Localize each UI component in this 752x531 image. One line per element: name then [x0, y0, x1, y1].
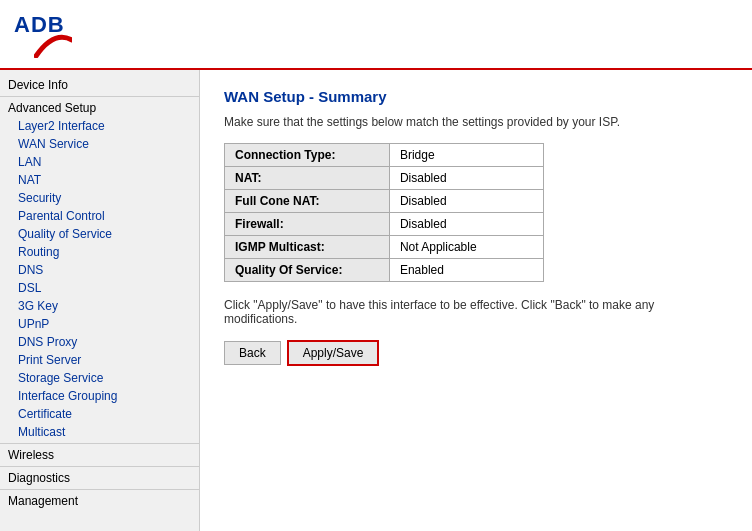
table-cell-value: Disabled — [389, 213, 543, 236]
table-cell-label: NAT: — [225, 167, 390, 190]
sidebar-divider — [0, 489, 199, 490]
sidebar-item-upnp[interactable]: UPnP — [0, 315, 199, 333]
sidebar-item-lan[interactable]: LAN — [0, 153, 199, 171]
table-row: Connection Type:Bridge — [225, 144, 544, 167]
logo: ADB — [12, 8, 72, 60]
note-text: Click "Apply/Save" to have this interfac… — [224, 298, 684, 326]
header: ADB — [0, 0, 752, 70]
description-text: Make sure that the settings below match … — [224, 115, 728, 129]
sidebar-item-quality-of-service[interactable]: Quality of Service — [0, 225, 199, 243]
main-layout: Device InfoAdvanced SetupLayer2 Interfac… — [0, 70, 752, 531]
table-cell-value: Disabled — [389, 190, 543, 213]
sidebar-item-nat[interactable]: NAT — [0, 171, 199, 189]
sidebar-item-security[interactable]: Security — [0, 189, 199, 207]
back-button[interactable]: Back — [224, 341, 281, 365]
sidebar-item-wireless[interactable]: Wireless — [0, 446, 199, 464]
sidebar-item-dsl[interactable]: DSL — [0, 279, 199, 297]
sidebar: Device InfoAdvanced SetupLayer2 Interfac… — [0, 70, 200, 531]
sidebar-divider — [0, 466, 199, 467]
table-row: IGMP Multicast:Not Applicable — [225, 236, 544, 259]
sidebar-item-routing[interactable]: Routing — [0, 243, 199, 261]
table-cell-value: Enabled — [389, 259, 543, 282]
sidebar-item-advanced-setup[interactable]: Advanced Setup — [0, 99, 199, 117]
content-area: WAN Setup - Summary Make sure that the s… — [200, 70, 752, 531]
sidebar-item-print-server[interactable]: Print Server — [0, 351, 199, 369]
sidebar-item-3g-key[interactable]: 3G Key — [0, 297, 199, 315]
table-cell-label: IGMP Multicast: — [225, 236, 390, 259]
sidebar-item-storage-service[interactable]: Storage Service — [0, 369, 199, 387]
table-cell-label: Firewall: — [225, 213, 390, 236]
sidebar-item-certificate[interactable]: Certificate — [0, 405, 199, 423]
sidebar-divider — [0, 443, 199, 444]
sidebar-item-parental-control[interactable]: Parental Control — [0, 207, 199, 225]
sidebar-item-wan-service[interactable]: WAN Service — [0, 135, 199, 153]
buttons-row: Back Apply/Save — [224, 340, 728, 366]
apply-save-button[interactable]: Apply/Save — [287, 340, 380, 366]
logo-box: ADB — [12, 8, 72, 60]
sidebar-item-diagnostics[interactable]: Diagnostics — [0, 469, 199, 487]
table-cell-value: Not Applicable — [389, 236, 543, 259]
sidebar-item-device-info[interactable]: Device Info — [0, 76, 199, 94]
table-row: Firewall:Disabled — [225, 213, 544, 236]
table-cell-label: Quality Of Service: — [225, 259, 390, 282]
sidebar-divider — [0, 96, 199, 97]
table-row: NAT:Disabled — [225, 167, 544, 190]
sidebar-item-dns[interactable]: DNS — [0, 261, 199, 279]
sidebar-item-layer2-interface[interactable]: Layer2 Interface — [0, 117, 199, 135]
table-row: Quality Of Service:Enabled — [225, 259, 544, 282]
sidebar-item-dns-proxy[interactable]: DNS Proxy — [0, 333, 199, 351]
table-row: Full Cone NAT:Disabled — [225, 190, 544, 213]
sidebar-item-management[interactable]: Management — [0, 492, 199, 510]
page-title: WAN Setup - Summary — [224, 88, 728, 105]
sidebar-item-interface-grouping[interactable]: Interface Grouping — [0, 387, 199, 405]
summary-table: Connection Type:BridgeNAT:DisabledFull C… — [224, 143, 544, 282]
table-cell-label: Full Cone NAT: — [225, 190, 390, 213]
table-cell-value: Disabled — [389, 167, 543, 190]
table-cell-value: Bridge — [389, 144, 543, 167]
logo-arc-icon — [34, 30, 72, 58]
table-cell-label: Connection Type: — [225, 144, 390, 167]
sidebar-item-multicast[interactable]: Multicast — [0, 423, 199, 441]
